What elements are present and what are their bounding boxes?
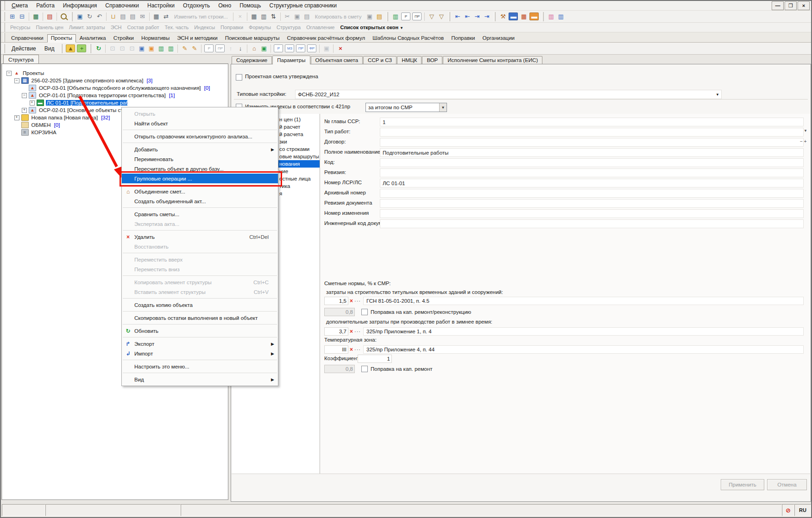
details-tab-содержание[interactable]: Содержание bbox=[232, 56, 272, 64]
tree-row[interactable]: −▦256-02-2025 [Здание спортивного компле… bbox=[2, 77, 228, 84]
p-doc-icon[interactable]: Р bbox=[401, 12, 410, 20]
context-menu-item[interactable]: Восстановить bbox=[122, 242, 278, 251]
field-input[interactable] bbox=[380, 209, 804, 218]
tree-row[interactable]: −▲ОСР-01-01 [Подготовка территории строи… bbox=[2, 92, 228, 99]
ellipsis-button[interactable]: ··· bbox=[354, 329, 361, 334]
copy-icon[interactable]: ▣ bbox=[292, 12, 302, 21]
repair1-checkbox[interactable] bbox=[361, 309, 368, 315]
indices-combo[interactable]: за итогом по СМР ▼ bbox=[365, 103, 447, 112]
edit2-icon[interactable]: ✎ bbox=[189, 44, 199, 53]
field-input[interactable]: 1 bbox=[380, 118, 804, 126]
workspace-tab-стройки[interactable]: Стройки bbox=[110, 34, 138, 42]
filter-icon[interactable]: ▽ bbox=[427, 12, 436, 21]
tree-row[interactable]: +▬ЛС 01-01 [Подготовительные работы] bbox=[2, 99, 228, 106]
context-menu-item[interactable]: Вставить элемент структурыCtrl+V bbox=[122, 287, 278, 297]
calc-icon[interactable]: ▦ bbox=[249, 12, 259, 21]
collapse-icon[interactable]: − bbox=[6, 71, 12, 76]
panelbar-item-11[interactable]: Оглавление bbox=[303, 25, 337, 30]
chevron-down-icon[interactable]: ▼ bbox=[804, 129, 810, 133]
book-new2-icon[interactable]: ▥ bbox=[166, 44, 176, 53]
close-button[interactable]: × bbox=[798, 1, 810, 10]
row-type-icon[interactable]: ▤ bbox=[118, 12, 128, 21]
context-menu-item[interactable]: Сравнить сметы... bbox=[122, 209, 278, 219]
field-input[interactable]: ЛС 01-01 bbox=[380, 179, 804, 187]
print-icon[interactable]: ▦ bbox=[151, 12, 161, 21]
field-input[interactable] bbox=[380, 219, 804, 228]
panelbar-item-9[interactable]: Формулы bbox=[246, 25, 274, 30]
pdf-export-icon[interactable]: ▤ bbox=[45, 12, 55, 21]
menu-1[interactable]: Смета bbox=[7, 1, 32, 10]
temp-zone-input[interactable]: III bbox=[324, 345, 348, 354]
close-list-icon[interactable]: × bbox=[335, 44, 345, 53]
menu-4[interactable]: Справочники bbox=[101, 1, 143, 10]
unlock-icon[interactable]: ⊔ bbox=[108, 12, 118, 21]
panelbar-item-1[interactable]: Ресурсы bbox=[7, 25, 33, 30]
context-menu-item[interactable]: Открыть bbox=[122, 109, 278, 119]
workspace-tab-проекты[interactable]: Проекты bbox=[47, 34, 76, 43]
open-windows-button[interactable]: Список открытых окон▼ bbox=[337, 25, 406, 30]
search-icon[interactable] bbox=[59, 12, 69, 21]
workspace-tab-эсн-и-методики[interactable]: ЭСН и методики bbox=[173, 34, 221, 42]
field-input[interactable] bbox=[380, 189, 804, 198]
details-tab-нмцк[interactable]: НМЦК bbox=[397, 56, 422, 64]
typical-settings-combo[interactable]: ФСНБ-2022_И12 ▼ bbox=[295, 90, 722, 99]
structure-level-icon[interactable]: ⊟ bbox=[17, 12, 27, 21]
context-menu-item[interactable]: Найти объект bbox=[122, 119, 278, 128]
doc-import-icon[interactable]: ▥ bbox=[259, 12, 269, 21]
folder-up-icon[interactable]: ▲ bbox=[66, 44, 75, 52]
field-input[interactable] bbox=[380, 199, 804, 208]
panelbar-item-5[interactable]: Состав работ bbox=[125, 25, 162, 30]
context-menu-item[interactable]: Переименовать bbox=[122, 154, 278, 164]
level-right2-icon[interactable]: ⇥ bbox=[482, 12, 491, 21]
menu-9[interactable]: Структурные справочники bbox=[265, 1, 341, 10]
link-icon[interactable]: ⊡ bbox=[107, 44, 117, 53]
menu-6[interactable]: Отдохнуть bbox=[179, 1, 214, 10]
menu-2[interactable]: Работа bbox=[32, 1, 59, 10]
book-green-icon[interactable]: ▥ bbox=[390, 12, 400, 21]
pr-doc-icon[interactable]: ПР bbox=[412, 12, 422, 20]
home-icon[interactable]: ⌂ bbox=[249, 44, 259, 53]
edit-icon[interactable]: ✎ bbox=[180, 44, 189, 53]
truck-icon[interactable]: ▬ bbox=[509, 12, 518, 20]
book-pink-icon[interactable]: ▥ bbox=[546, 12, 556, 21]
refresh-tree-icon[interactable]: ↻ bbox=[94, 44, 103, 53]
link3-icon[interactable]: ⊡ bbox=[127, 44, 137, 53]
workspace-tab-справочник-расч-тных-формул[interactable]: Справочник расчётных формул bbox=[283, 34, 369, 42]
excel-export-icon[interactable]: ▦ bbox=[31, 12, 41, 21]
context-menu-item[interactable]: Добавить▶ bbox=[122, 144, 278, 154]
undo-icon[interactable]: ↶ bbox=[94, 12, 104, 21]
panelbar-item-7[interactable]: Индексы bbox=[191, 25, 218, 30]
menu-7[interactable]: Окно bbox=[214, 1, 235, 10]
workspace-tab-нормативы[interactable]: Нормативы bbox=[138, 34, 173, 42]
clipboard-icon[interactable]: ▤ bbox=[374, 12, 384, 21]
doc-green-icon[interactable]: ▣ bbox=[259, 44, 269, 53]
object-new-icon[interactable]: ▣ bbox=[137, 44, 146, 53]
save-icon[interactable]: ▣ bbox=[75, 12, 85, 21]
link2-icon[interactable]: ⊡ bbox=[117, 44, 127, 53]
restore-button[interactable]: ❐ bbox=[785, 1, 797, 10]
object-new2-icon[interactable]: ▣ bbox=[146, 44, 156, 53]
level-left-icon[interactable]: ⇤ bbox=[453, 12, 462, 21]
expand-icon[interactable]: + bbox=[22, 108, 27, 113]
structure-tree-icon[interactable]: ⊞ bbox=[7, 12, 17, 21]
context-menu-item[interactable]: ↻Обновить bbox=[122, 326, 278, 336]
field-input[interactable]: Подготовительные работы bbox=[380, 148, 804, 157]
context-menu-item[interactable]: ×УдалитьCtrl+Del bbox=[122, 232, 278, 242]
workspace-tab-аналитика[interactable]: Аналитика bbox=[76, 34, 110, 42]
context-menu-item[interactable]: Открыть справочник конъюнктурного анализ… bbox=[122, 131, 278, 141]
minimize-button[interactable]: — bbox=[772, 1, 784, 10]
details-tab-сср-и-сз[interactable]: ССР и СЗ bbox=[363, 56, 397, 64]
winter-input[interactable]: 3,7 bbox=[324, 327, 348, 336]
context-menu-item[interactable]: Настроить это меню... bbox=[122, 362, 278, 371]
tree-row[interactable]: ▲ОСР-03-01 [Объекты подсобного и обслужи… bbox=[2, 84, 228, 92]
details-tab-исполнение-сметы-контракта-еис-[interactable]: Исполнение Сметы контракта (ЕИС) bbox=[443, 56, 542, 64]
comment-icon[interactable]: ✉ bbox=[138, 12, 147, 21]
workspace-tab-поправки[interactable]: Поправки bbox=[447, 34, 478, 42]
expand-icon[interactable]: + bbox=[14, 115, 19, 120]
pp-badge-icon[interactable]: ПР bbox=[296, 44, 305, 52]
details-tab-объектная-смета[interactable]: Объектная смета bbox=[311, 56, 363, 64]
book-blue-icon[interactable]: ▥ bbox=[556, 12, 566, 21]
materials-icon[interactable]: ▦ bbox=[519, 12, 529, 21]
context-menu-item[interactable]: Скопировать остатки выполнения в новый о… bbox=[122, 313, 278, 323]
p-page-icon[interactable]: Р bbox=[204, 44, 214, 52]
